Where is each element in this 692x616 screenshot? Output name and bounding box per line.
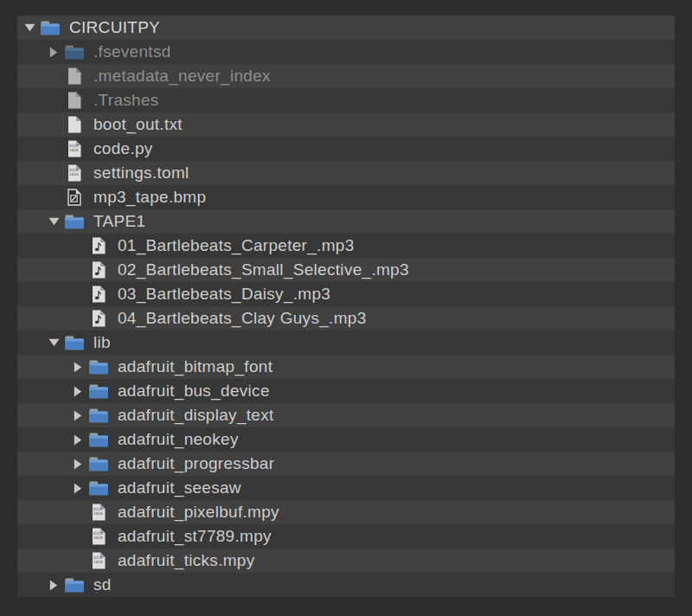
tree-item-label: settings.toml <box>93 164 189 183</box>
tree-item-label: .metadata_never_index <box>93 67 271 86</box>
tree-row[interactable]: 04_Bartlebeats_Clay Guys_.mp3 <box>17 306 675 330</box>
folder-icon <box>86 408 111 423</box>
tree-row[interactable]: 01101010adafruit_pixelbuf.mpy <box>17 500 675 524</box>
tree-row[interactable]: lib <box>17 330 675 355</box>
tree-item-label: adafruit_progressbar <box>118 454 274 473</box>
svg-text:1010: 1010 <box>69 148 79 152</box>
svg-text:1010: 1010 <box>93 536 103 540</box>
folder-icon <box>62 336 86 350</box>
tree-row[interactable]: 01101010settings.toml <box>17 161 675 185</box>
tree-row[interactable]: 01101010adafruit_ticks.mpy <box>17 549 675 573</box>
tree-item-label: mp3_tape.bmp <box>93 188 206 207</box>
disclosure-collapsed-icon[interactable] <box>69 483 86 494</box>
tree-row[interactable]: 03_Bartlebeats_Daisy_.mp3 <box>17 282 675 306</box>
disclosure-collapsed-icon[interactable] <box>69 362 86 373</box>
indent-spacer <box>21 149 45 150</box>
disclosure-expanded-icon[interactable] <box>45 338 62 347</box>
tree-item-label: adafruit_display_text <box>118 406 274 425</box>
disclosure-collapsed-icon[interactable] <box>69 386 86 397</box>
indent-spacer <box>21 100 45 101</box>
disclosure-collapsed-icon[interactable] <box>45 47 62 58</box>
folder-icon <box>86 433 111 447</box>
disclosure-collapsed-icon[interactable] <box>69 459 86 470</box>
indent-spacer <box>21 173 45 174</box>
tree-row[interactable]: 01_Bartlebeats_Carpeter_.mp3 <box>17 234 675 258</box>
tree-item-label: sd <box>93 575 112 594</box>
text-file-icon <box>62 92 86 109</box>
indent-spacer <box>21 415 69 416</box>
tree-row[interactable]: adafruit_display_text <box>17 403 675 427</box>
indent-spacer <box>21 585 45 586</box>
tree-item-label: adafruit_st7789.mpy <box>118 527 272 546</box>
tree-row[interactable]: adafruit_progressbar <box>17 452 675 476</box>
indent-spacer <box>21 318 69 319</box>
tree-row[interactable]: adafruit_bus_device <box>17 379 675 403</box>
audio-file-icon <box>86 310 111 327</box>
folder-icon <box>86 481 111 496</box>
tree-row[interactable]: sd <box>17 573 675 597</box>
tree-item-label: adafruit_pixelbuf.mpy <box>118 503 279 522</box>
indent-spacer <box>21 561 69 561</box>
tree-item-label: adafruit_neokey <box>118 430 239 449</box>
indent-spacer <box>21 197 45 198</box>
disclosure-collapsed-icon[interactable] <box>69 410 86 421</box>
tree-item-label: 02_Bartlebeats_Small_Selective_.mp3 <box>118 260 409 279</box>
indent-spacer <box>21 125 45 125</box>
audio-file-icon <box>86 286 111 303</box>
indent-spacer <box>21 343 45 343</box>
folder-icon <box>38 21 62 35</box>
disclosure-expanded-icon[interactable] <box>45 217 62 226</box>
tree-row[interactable]: adafruit_seesaw <box>17 476 675 500</box>
file-tree: CIRCUITPY .fseventsd .metadata_never_ind… <box>17 16 675 597</box>
binary-file-icon: 01101010 <box>86 504 111 521</box>
indent-spacer <box>21 367 69 368</box>
tree-item-label: adafruit_ticks.mpy <box>118 551 255 570</box>
tree-item-label: .fseventsd <box>93 42 171 61</box>
tree-row[interactable]: boot_out.txt <box>17 112 675 137</box>
folder-icon <box>62 578 86 593</box>
svg-text:1010: 1010 <box>69 172 79 176</box>
tree-item-label: 04_Bartlebeats_Clay Guys_.mp3 <box>118 309 367 328</box>
tree-row[interactable]: adafruit_neokey <box>17 427 675 452</box>
folder-icon <box>86 457 111 472</box>
folder-icon <box>86 360 111 375</box>
tree-item-label: boot_out.txt <box>93 115 183 134</box>
tree-row[interactable]: 02_Bartlebeats_Small_Selective_.mp3 <box>17 258 675 282</box>
tree-row[interactable]: .Trashes <box>17 88 675 112</box>
tree-row[interactable]: 01101010adafruit_st7789.mpy <box>17 524 675 549</box>
tree-item-label: adafruit_bitmap_font <box>118 357 272 376</box>
disclosure-expanded-icon[interactable] <box>21 23 38 32</box>
tree-item-label: code.py <box>93 139 153 158</box>
image-file-icon <box>62 189 86 206</box>
folder-icon <box>62 45 86 60</box>
audio-file-icon <box>86 261 111 279</box>
tree-row[interactable]: adafruit_bitmap_font <box>17 355 675 379</box>
text-file-icon <box>62 67 86 85</box>
tree-item-label: adafruit_seesaw <box>118 478 241 497</box>
tree-item-label: .Trashes <box>93 91 159 110</box>
disclosure-collapsed-icon[interactable] <box>69 434 86 446</box>
indent-spacer <box>21 440 69 440</box>
audio-file-icon <box>86 237 111 254</box>
indent-spacer <box>21 488 69 489</box>
tree-item-label: CIRCUITPY <box>69 18 160 37</box>
indent-spacer <box>21 270 69 271</box>
tree-row[interactable]: .fseventsd <box>17 40 675 64</box>
folder-icon <box>86 384 111 399</box>
tree-item-label: 03_Bartlebeats_Daisy_.mp3 <box>118 285 330 304</box>
binary-file-icon: 01101010 <box>86 528 111 545</box>
tree-row[interactable]: .metadata_never_index <box>17 64 675 88</box>
tree-row[interactable]: CIRCUITPY <box>17 16 675 40</box>
disclosure-collapsed-icon[interactable] <box>45 580 62 591</box>
tree-item-label: 01_Bartlebeats_Carpeter_.mp3 <box>118 236 355 255</box>
tree-row[interactable]: TAPE1 <box>17 209 675 234</box>
indent-spacer <box>21 221 45 222</box>
svg-text:1010: 1010 <box>93 560 103 564</box>
tree-row[interactable]: mp3_tape.bmp <box>17 185 675 209</box>
tree-item-label: lib <box>93 333 111 352</box>
indent-spacer <box>21 246 69 247</box>
tree-row[interactable]: 01101010code.py <box>17 137 675 161</box>
binary-file-icon: 01101010 <box>62 164 86 182</box>
indent-spacer <box>21 464 69 465</box>
indent-spacer <box>21 391 69 392</box>
